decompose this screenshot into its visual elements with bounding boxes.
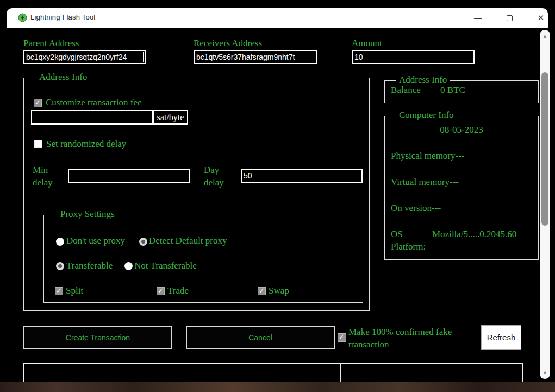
minimize-button[interactable]: — <box>466 9 490 27</box>
fee-unit-box: sat/byte <box>153 110 188 125</box>
create-transaction-button[interactable]: Create Transaction <box>23 326 172 349</box>
fake-transaction-checkbox[interactable] <box>338 333 346 342</box>
split-label: Split <box>66 285 83 296</box>
fee-input[interactable] <box>31 110 153 125</box>
refresh-button[interactable]: Refresh <box>481 325 521 350</box>
proxy-settings-groupbox: Proxy Settings <box>43 215 363 303</box>
min-delay-input[interactable] <box>68 169 190 183</box>
radio-detect-default-proxy-label: Detect Default proxy <box>149 235 227 246</box>
computer-info-group-title: Computer Info <box>396 110 457 121</box>
randomized-delay-label: Set randomized delay <box>46 139 126 150</box>
close-button[interactable]: ✕ <box>529 9 553 27</box>
swap-label: Swap <box>269 285 289 296</box>
randomized-delay-checkbox[interactable] <box>34 140 42 148</box>
day-delay-input[interactable] <box>241 169 363 183</box>
split-checkbox[interactable] <box>55 287 63 295</box>
fee-unit-label: sat/byte <box>157 113 184 122</box>
trade-checkbox[interactable] <box>157 287 165 295</box>
text-caret <box>143 52 144 62</box>
balance-label: Balance <box>391 85 421 96</box>
os-label: OS <box>391 229 403 240</box>
on-version-text: On version--- <box>391 203 441 214</box>
amount-label: Amount <box>352 38 382 49</box>
desktop-wallpaper <box>0 382 555 392</box>
os-value: Mozilla/5.....0.2045.60 <box>432 229 516 240</box>
scroll-up-icon[interactable]: ▲ <box>540 33 550 39</box>
balance-value: 0 BTC <box>440 85 465 96</box>
day-delay-label: Day delay <box>204 164 232 189</box>
parent-address-input[interactable] <box>23 50 146 64</box>
scrollbar-thumb[interactable] <box>541 72 548 226</box>
radio-transferable[interactable] <box>56 262 64 270</box>
receivers-address-input[interactable] <box>194 50 317 64</box>
radio-transferable-label: Transferable <box>66 260 113 271</box>
maximize-button[interactable] <box>497 9 521 27</box>
radio-detect-default-proxy[interactable] <box>139 238 147 246</box>
desktop-screen: Lightning Flash Tool — ✕ Parent Address … <box>0 0 555 392</box>
app-icon <box>18 13 27 22</box>
parent-address-label: Parent Address <box>23 38 79 49</box>
proxy-settings-group-title: Proxy Settings <box>57 209 118 220</box>
scroll-down-icon[interactable]: ▼ <box>540 370 550 376</box>
maximize-icon <box>507 15 513 21</box>
customize-fee-label: Customize transaction fee <box>46 97 142 108</box>
radio-dont-use-proxy-label: Don't use proxy <box>66 235 125 246</box>
address-info-group-title: Address Info <box>36 72 90 83</box>
window-title: Lightning Flash Tool <box>30 13 95 21</box>
receivers-address-label: Receivers Address <box>194 38 262 49</box>
radio-dont-use-proxy[interactable] <box>56 238 64 246</box>
virtual-memory-text: Virtual memory--- <box>391 177 459 188</box>
radio-not-transferable-label: Not Transferable <box>134 260 197 271</box>
radio-not-transferable[interactable] <box>124 262 133 270</box>
computer-date: 08-05-2023 <box>384 125 539 135</box>
platform-label: Platform: <box>391 241 426 252</box>
amount-input[interactable] <box>352 50 475 64</box>
swap-checkbox[interactable] <box>258 287 266 295</box>
cancel-button[interactable]: Cancel <box>186 326 335 349</box>
balance-group-title: Address Info <box>396 74 450 85</box>
trade-label: Trade <box>167 285 189 296</box>
fake-transaction-label: Make 100% confirmed fake transaction <box>348 326 477 351</box>
physical-memory-text: Physical memory--- <box>391 151 465 161</box>
customize-fee-checkbox[interactable] <box>34 99 42 107</box>
window-titlebar[interactable]: Lightning Flash Tool — ✕ <box>7 8 548 28</box>
min-delay-label: Min delay <box>33 164 61 189</box>
